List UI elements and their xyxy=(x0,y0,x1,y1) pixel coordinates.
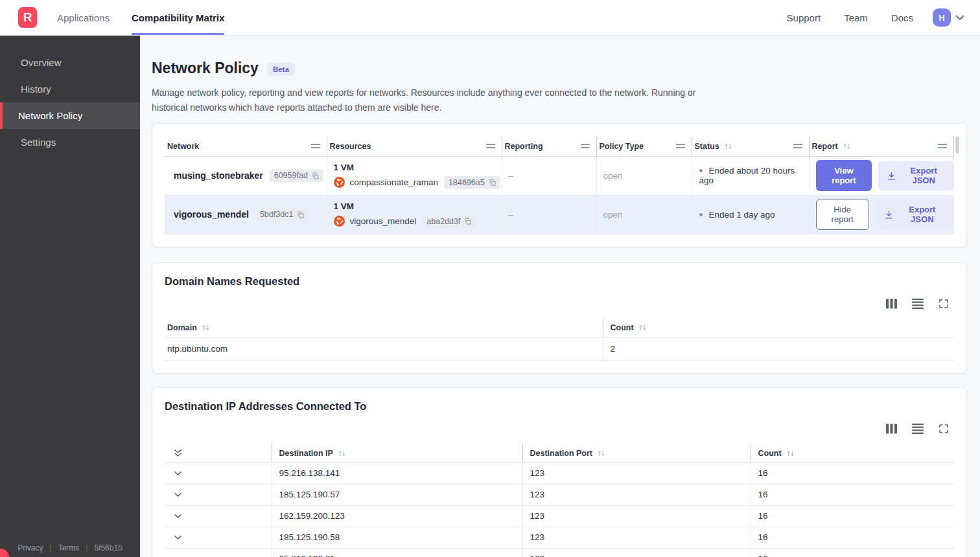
privacy-link[interactable]: Privacy xyxy=(18,543,43,552)
main-nav-tabs: Applications Compatibility Matrix xyxy=(57,0,224,35)
domain-cell: ntp.ubuntu.com xyxy=(165,337,603,361)
column-header-network[interactable]: Network xyxy=(165,136,327,156)
sort-icon[interactable] xyxy=(338,449,346,457)
destination-ip-cell: 95.216.138.141 xyxy=(272,462,522,484)
columns-icon[interactable] xyxy=(886,299,897,309)
table-row: 95.216.138.141 123 16 xyxy=(165,462,954,484)
resources-cell: 1 VM vigorous_mendelaba2dd3f xyxy=(327,195,502,234)
card-title: Domain Names Requested xyxy=(165,275,954,288)
copy-icon[interactable] xyxy=(489,179,496,186)
destination-port-cell: 123 xyxy=(522,527,751,548)
hide-report-button[interactable]: Hide report xyxy=(816,199,869,230)
user-menu[interactable]: H xyxy=(933,8,964,27)
rows-icon[interactable] xyxy=(912,299,924,309)
column-header-destination-ip[interactable]: Destination IP xyxy=(272,444,522,462)
destination-ip-cell: 95.216.100.21 xyxy=(272,548,522,557)
download-icon xyxy=(887,171,896,181)
nav-link-docs[interactable]: Docs xyxy=(891,12,913,23)
copy-icon[interactable] xyxy=(297,211,304,218)
vm-count: 1 VM xyxy=(334,163,496,172)
policy-type-cell: open xyxy=(596,195,692,234)
expand-all-icon[interactable] xyxy=(174,449,183,457)
footer-divider: | xyxy=(86,543,88,552)
table-row: 185.125.190.57 123 16 xyxy=(165,484,954,505)
column-header-report[interactable]: Report xyxy=(809,136,954,156)
top-navbar: R Applications Compatibility Matrix Supp… xyxy=(0,0,980,36)
sort-icon[interactable] xyxy=(638,324,647,332)
sidebar-item-settings[interactable]: Settings xyxy=(0,129,140,155)
table-row: 95.216.100.21 123 16 xyxy=(165,548,954,557)
resource-name[interactable]: compassionate_raman xyxy=(350,177,439,187)
column-header-reporting[interactable]: Reporting xyxy=(502,136,596,156)
sort-icon[interactable] xyxy=(597,449,605,457)
chevron-down-icon xyxy=(955,15,964,21)
table-toolbar xyxy=(165,424,949,434)
status-cell: Ended 1 day ago xyxy=(692,195,809,234)
copy-icon[interactable] xyxy=(312,172,319,179)
column-header-count[interactable]: Count xyxy=(751,444,954,462)
count-cell: 16 xyxy=(751,548,954,557)
destination-ip-cell: 162.159.200.123 xyxy=(272,505,522,527)
networks-card: Network Resources Reporting Policy Type … xyxy=(152,123,967,247)
nav-link-support[interactable]: Support xyxy=(787,12,821,23)
resource-id-pill: aba2dd3f xyxy=(422,215,476,228)
vm-count: 1 VM xyxy=(334,201,496,211)
column-header-destination-port[interactable]: Destination Port xyxy=(522,444,751,462)
sort-icon[interactable] xyxy=(843,142,851,150)
fullscreen-icon[interactable] xyxy=(939,424,949,434)
table-row: ntp.ubuntu.com 2 xyxy=(165,337,954,361)
destination-port-cell: 123 xyxy=(522,548,751,557)
expand-row-icon[interactable] xyxy=(174,514,183,519)
sort-icon[interactable] xyxy=(786,449,795,457)
column-header-domain[interactable]: Domain xyxy=(165,319,603,337)
count-cell: 16 xyxy=(751,527,954,548)
app-logo[interactable]: R xyxy=(18,7,37,28)
column-resize-handle[interactable] xyxy=(793,144,802,148)
sidebar-item-overview[interactable]: Overview xyxy=(0,49,140,76)
terms-link[interactable]: Terms xyxy=(58,543,80,552)
sort-icon[interactable] xyxy=(202,324,210,332)
page-description: Manage network policy, reporting and vie… xyxy=(152,85,725,115)
download-icon xyxy=(884,210,894,220)
columns-icon[interactable] xyxy=(886,424,897,434)
expander-cell xyxy=(165,484,272,505)
column-header-resources[interactable]: Resources xyxy=(327,136,502,156)
column-header-policy-type[interactable]: Policy Type xyxy=(596,136,692,156)
export-json-button[interactable]: Export JSON xyxy=(878,161,953,190)
expand-row-icon[interactable] xyxy=(174,471,183,476)
fullscreen-icon[interactable] xyxy=(939,299,949,309)
expand-row-icon[interactable] xyxy=(174,535,183,540)
table-row: musing_stonebraker60959fad 1 VM compassi… xyxy=(165,156,954,195)
sort-icon[interactable] xyxy=(724,142,732,150)
scrollbar-thumb[interactable] xyxy=(955,137,959,153)
footer-divider: | xyxy=(50,543,52,552)
column-resize-handle[interactable] xyxy=(581,144,590,148)
reporting-cell: – xyxy=(502,156,596,195)
nav-link-team[interactable]: Team xyxy=(844,12,868,23)
expand-row-icon[interactable] xyxy=(174,492,183,497)
destination-ip-cell: 185.125.190.57 xyxy=(272,484,522,505)
column-resize-handle[interactable] xyxy=(938,144,947,148)
destination-port-cell: 123 xyxy=(522,462,751,484)
export-json-button[interactable]: Export JSON xyxy=(876,199,953,229)
avatar[interactable]: H xyxy=(933,8,951,27)
column-resize-handle[interactable] xyxy=(311,144,320,148)
column-resize-handle[interactable] xyxy=(676,144,685,148)
column-header-status[interactable]: Status xyxy=(692,136,809,156)
column-resize-handle[interactable] xyxy=(486,144,495,148)
count-cell: 16 xyxy=(751,462,954,484)
copy-icon[interactable] xyxy=(464,218,471,225)
sidebar-item-history[interactable]: History xyxy=(0,76,140,102)
sidebar-item-network-policy[interactable]: Network Policy xyxy=(0,102,140,129)
column-header-count[interactable]: Count xyxy=(603,319,954,337)
rows-icon[interactable] xyxy=(912,424,924,434)
view-report-button[interactable]: View report xyxy=(816,160,872,191)
reporting-cell: – xyxy=(502,195,596,234)
resource-name[interactable]: vigorous_mendel xyxy=(350,216,417,226)
build-version: 5f56b15 xyxy=(94,543,122,552)
nav-tab-applications[interactable]: Applications xyxy=(57,0,110,35)
count-cell: 16 xyxy=(751,484,954,505)
status-dot-icon xyxy=(699,213,703,216)
networks-table-header-row: Network Resources Reporting Policy Type … xyxy=(165,136,954,156)
nav-tab-compatibility-matrix[interactable]: Compatibility Matrix xyxy=(132,0,224,35)
